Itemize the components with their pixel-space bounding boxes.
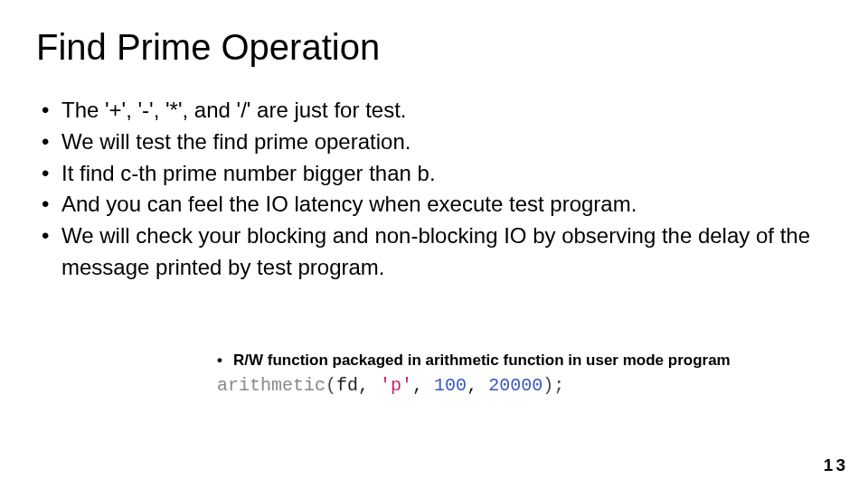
subnote-area: R/W function packaged in arithmetic func… [217, 352, 832, 396]
code-comma: , [412, 375, 434, 396]
slide-title: Find Prime Operation [36, 27, 832, 68]
code-function-name: arithmetic [217, 375, 326, 396]
bullet-list: The '+', '-', '*', and '/' are just for … [42, 95, 832, 284]
bullet-item: It find c-th prime number bigger than b. [42, 158, 832, 190]
code-arg: 100 [434, 375, 467, 396]
code-comma: , [467, 375, 488, 396]
code-arg: 'p' [380, 375, 412, 396]
subnote-list: R/W function packaged in arithmetic func… [217, 352, 832, 370]
bullet-item: And you can feel the IO latency when exe… [42, 189, 832, 221]
code-sample: arithmetic(fd, 'p', 100, 20000); [217, 375, 832, 396]
subnote-item: R/W function packaged in arithmetic func… [217, 352, 832, 370]
bullet-item: We will check your blocking and non-bloc… [42, 221, 832, 284]
code-close-paren: ); [542, 375, 564, 396]
bullet-item: The '+', '-', '*', and '/' are just for … [42, 95, 832, 127]
code-comma: , [358, 375, 380, 396]
page-number: 13 [824, 455, 848, 475]
code-arg: fd [336, 375, 358, 396]
code-open-paren: ( [326, 375, 336, 396]
code-arg: 20000 [488, 375, 542, 396]
bullet-item: We will test the find prime operation. [42, 127, 832, 158]
slide: Find Prime Operation The '+', '-', '*', … [0, 0, 868, 488]
